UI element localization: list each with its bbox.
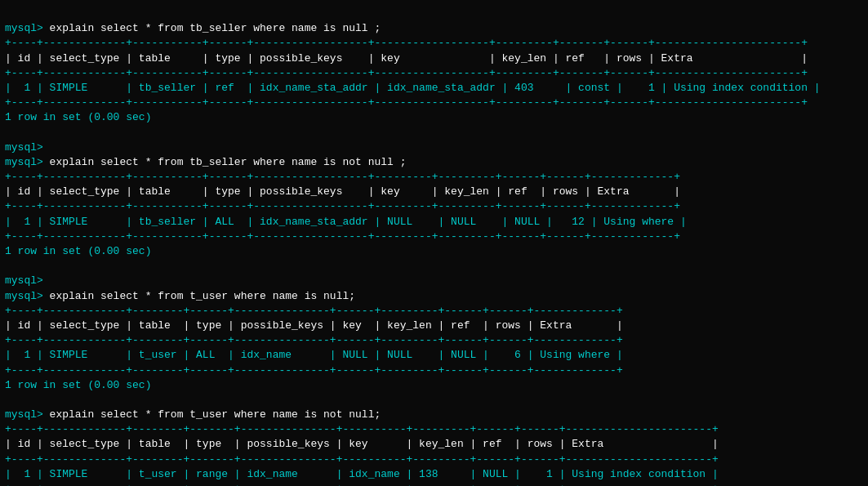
row-2: | 1 | SIMPLE | tb_seller | ALL | idx_nam…	[5, 216, 687, 228]
sep-9: +----+-------------+--------+------+----…	[5, 364, 623, 377]
prompt-2: mysql>	[5, 156, 50, 168]
terminal-output: mysql> explain select * from tb_seller w…	[5, 7, 863, 486]
sep-2: +----+-------------+-----------+------+-…	[5, 67, 808, 79]
row-3: | 1 | SIMPLE | t_user | ALL | idx_name |…	[5, 349, 623, 361]
header-3: | id | select_type | table | type | poss…	[5, 319, 623, 332]
cmd-1: explain select * from tb_seller where na…	[50, 22, 381, 34]
sep-1: +----+-------------+-----------+------+-…	[5, 37, 808, 49]
result-3: 1 row in set (0.00 sec)	[5, 379, 151, 391]
row-1: | 1 | SIMPLE | tb_seller | ref | idx_nam…	[5, 82, 821, 94]
sep-11: +----+-------------+--------+-------+---…	[5, 453, 719, 466]
prompt-1: mysql>	[5, 141, 43, 154]
header-1: | id | select_type | table | type | poss…	[5, 52, 808, 65]
sep-6: +----+-------------+-----------+------+-…	[5, 230, 680, 243]
header-2: | id | select_type | table | type | poss…	[5, 185, 680, 198]
sep-10: +----+-------------+--------+-------+---…	[5, 423, 719, 435]
sep-4: +----+-------------+-----------+------+-…	[5, 171, 680, 183]
sep-12: +----+-------------+--------+-------+---…	[5, 483, 719, 486]
sep-3: +----+-------------+-----------+------+-…	[5, 96, 808, 109]
header-4: | id | select_type | table | type | poss…	[5, 438, 719, 450]
prompt-3: mysql>	[5, 274, 43, 287]
cmd-4: explain select * from t_user where name …	[50, 408, 381, 421]
sep-8: +----+-------------+--------+------+----…	[5, 334, 623, 346]
cmd-2: explain select * from tb_seller where na…	[50, 156, 407, 168]
sep-7: +----+-------------+--------+------+----…	[5, 305, 623, 317]
cmd-3: explain select * from t_user where name …	[50, 290, 355, 302]
result-1: 1 row in set (0.00 sec)	[5, 111, 151, 123]
line-1: mysql>	[5, 22, 50, 34]
result-2: 1 row in set (0.00 sec)	[5, 245, 151, 257]
row-4: | 1 | SIMPLE | t_user | range | idx_name…	[5, 468, 719, 480]
sep-5: +----+-------------+-----------+------+-…	[5, 200, 680, 212]
prompt-5: mysql>	[5, 408, 50, 421]
prompt-4: mysql>	[5, 290, 50, 302]
